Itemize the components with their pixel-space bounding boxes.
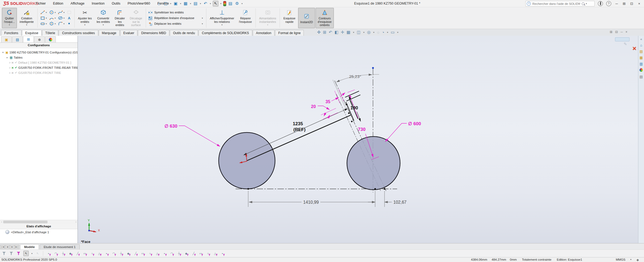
- filter-vertices-icon[interactable]: ▪: [46, 251, 51, 256]
- front-wheel-circle[interactable]: [347, 137, 400, 190]
- doc-restore-icon[interactable]: ─: [620, 30, 623, 34]
- mirror-entities-button[interactable]: Symétriser les entités: [148, 10, 204, 15]
- filter-center-marks-icon[interactable]: ┼: [119, 251, 123, 256]
- cancel-sketch-icon[interactable]: ✕: [632, 45, 636, 52]
- repair-sketch-button[interactable]: Réparerl'esquisse: [237, 8, 254, 28]
- doc-minimize-icon[interactable]: ⊟: [615, 30, 618, 34]
- smart-dimension-button[interactable]: Cotationintelligente ▾: [17, 8, 36, 28]
- rectangle-tool-icon[interactable]: [39, 15, 46, 21]
- scrollbar-thumb[interactable]: [3, 221, 47, 223]
- tree-item-config-active[interactable]: ⊢✕ ✔ GSXR750 FORK-FRONT TIRE-REAR TIRE: [2, 65, 78, 70]
- filter-notes-icon[interactable]: ○: [148, 251, 152, 256]
- save-icon[interactable]: ▦: [183, 1, 188, 6]
- appearances-tab-icon[interactable]: [45, 36, 56, 42]
- open-caret[interactable]: ▾: [180, 2, 181, 5]
- filter-solid-bodies-icon[interactable]: ╱: [75, 251, 80, 256]
- filter-routing-points-icon[interactable]: ○: [206, 251, 210, 256]
- filter-gdt-symbols-icon[interactable]: ◠: [169, 251, 174, 256]
- spline-tool-icon[interactable]: [57, 10, 64, 15]
- panel-horizontal-scrollbar[interactable]: ‹ ›: [0, 220, 78, 224]
- search-icon[interactable]: [582, 2, 584, 5]
- text-tool-icon[interactable]: A: [66, 15, 72, 21]
- view-palette-icon[interactable]: ▥: [639, 62, 643, 66]
- ellipse-caret[interactable]: ▾: [64, 17, 66, 19]
- filter-blocks-icon[interactable]: ╱: [191, 251, 196, 256]
- tab-modele[interactable]: Modèle: [20, 244, 39, 250]
- tree-item-tables[interactable]: ▸ ▦ Tables: [2, 55, 78, 60]
- filter-frame-members-icon[interactable]: ▭: [82, 251, 87, 256]
- filter-explode-lines-icon[interactable]: ▪: [220, 251, 225, 256]
- dim-length-190[interactable]: 190: [350, 105, 358, 110]
- apply-scene-caret[interactable]: ▾: [387, 31, 388, 34]
- next-tab-icon[interactable]: ▶: [10, 245, 14, 249]
- circle-tool-icon[interactable]: [48, 10, 55, 15]
- open-icon[interactable]: ▣: [173, 1, 178, 6]
- rectangle-caret[interactable]: ▾: [46, 17, 48, 19]
- menu-photoview360[interactable]: PhotoView 360: [128, 2, 150, 5]
- relations-caret[interactable]: ▾: [221, 23, 222, 27]
- spline-caret[interactable]: ▾: [64, 11, 66, 14]
- solidworks-resources-icon[interactable]: ⌂: [640, 44, 642, 47]
- slot-tool-icon[interactable]: [39, 21, 46, 26]
- slot-caret[interactable]: ▾: [46, 23, 48, 25]
- filter-toggle-funnel-icon[interactable]: [9, 251, 14, 256]
- move-entities-button[interactable]: Déplacer les entités ▾: [148, 21, 204, 26]
- help-icon[interactable]: ?: [606, 1, 611, 6]
- display-style-icon[interactable]: ◫: [357, 30, 361, 35]
- trim-caret[interactable]: ▾: [84, 23, 85, 27]
- convert-caret[interactable]: ▾: [103, 23, 104, 27]
- doc-close-icon[interactable]: ×: [625, 30, 627, 34]
- display-state-item[interactable]: <Défaut>_Etat d'affichage 1: [5, 230, 49, 234]
- tag-icon[interactable]: ◆: [636, 258, 639, 262]
- minimize-button[interactable]: ─: [614, 2, 619, 6]
- dim-fork-730[interactable]: 730: [358, 127, 365, 132]
- doc-restore-panes-icon[interactable]: ⊞: [610, 30, 612, 34]
- dim-wheelbase[interactable]: 1410,99: [303, 200, 319, 204]
- restore-button[interactable]: ⊞: [622, 2, 626, 6]
- new-document-caret[interactable]: ▾: [170, 2, 171, 5]
- dim-rear-diameter[interactable]: ∅ 630: [164, 124, 177, 129]
- polygon-tool-icon[interactable]: [48, 21, 55, 26]
- print-caret[interactable]: ▾: [200, 2, 201, 5]
- tab-complements[interactable]: Compléments de SOLIDWORKS: [199, 30, 252, 36]
- circle-caret[interactable]: ▾: [55, 11, 57, 14]
- last-tab-icon[interactable]: ▶❘: [15, 245, 19, 249]
- close-button[interactable]: ×: [637, 2, 641, 6]
- trim-entities-button[interactable]: ✂ Ajuster lesentités ▾: [76, 8, 94, 28]
- dim-front-diameter[interactable]: ∅ 600: [408, 121, 421, 126]
- help-search-box[interactable]: ? ▾: [525, 1, 595, 6]
- tab-evaluer[interactable]: Evaluer: [120, 30, 138, 36]
- units-selector[interactable]: MMGS: [616, 258, 625, 261]
- features-tab-icon[interactable]: ▣: [1, 36, 12, 42]
- filter-sketch-segments-icon[interactable]: ▪: [104, 251, 109, 256]
- previous-view-icon[interactable]: ↶: [329, 30, 332, 35]
- filter-funnel-icon[interactable]: [2, 251, 6, 256]
- filter-weld-beads-icon[interactable]: ○: [90, 251, 94, 256]
- expand-arrow-icon[interactable]: ▸: [6, 56, 9, 59]
- offset-entities-button[interactable]: Décalerlesentités: [113, 8, 127, 28]
- steering-axis-top-point[interactable]: [372, 67, 374, 69]
- exit-sketch-caret[interactable]: ▾: [9, 23, 10, 27]
- select-caret[interactable]: ▾: [220, 2, 221, 5]
- prev-tab-icon[interactable]: ◀: [5, 245, 10, 249]
- tab-outils-de-rendu[interactable]: Outils de rendu: [170, 30, 198, 36]
- collapse-arrow-icon[interactable]: ▾: [2, 51, 4, 54]
- menu-outils[interactable]: Outils: [112, 2, 120, 5]
- tree-root-configuration[interactable]: ▾ ▣ 1980 KZ750 GEOMETRY-01 Configuration…: [2, 50, 78, 55]
- save-caret[interactable]: ▾: [190, 2, 191, 5]
- filter-weld-symbols-icon[interactable]: ▪: [162, 251, 167, 256]
- menu-insertion[interactable]: Insertion: [92, 2, 105, 5]
- select-icon[interactable]: ↖: [213, 1, 218, 6]
- configuration-manager-tab-icon[interactable]: ⊞: [23, 36, 34, 42]
- instant2d-button[interactable]: Instant2D: [298, 8, 315, 28]
- tab-constructions-soudees[interactable]: Constructions soudées: [59, 30, 98, 36]
- filter-connection-points-icon[interactable]: ▭: [198, 251, 203, 256]
- display-style-caret[interactable]: ▾: [363, 31, 364, 34]
- dim-offset-20[interactable]: 20: [311, 104, 316, 109]
- menu-fichier[interactable]: Fichier: [36, 2, 46, 5]
- undo-caret[interactable]: ▾: [210, 2, 211, 5]
- options-caret[interactable]: ▾: [241, 2, 243, 5]
- tab-dimensions-mbd[interactable]: Dimensions MBD: [138, 30, 169, 36]
- display-delete-relations-button[interactable]: ⊥ Afficher/Supprimerles relations ▾: [208, 8, 236, 28]
- edit-appearance-icon[interactable]: ○: [377, 30, 379, 35]
